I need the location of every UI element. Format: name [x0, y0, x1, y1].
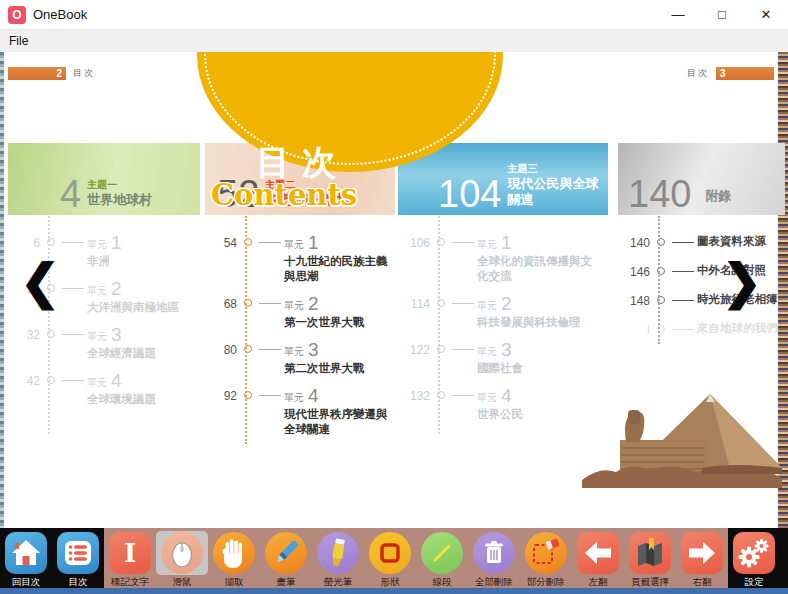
toc-marker-dash — [452, 303, 474, 304]
toc-entry: 圖表資料來源 — [697, 233, 785, 250]
tool-mark-text-button[interactable]: I標記文字 — [104, 528, 156, 588]
toc-item[interactable]: 68單元2第一次世界大戰 — [205, 294, 398, 330]
section-header-1: 4 主題一 世界地球村 — [8, 143, 200, 215]
section-topic: 主題一 — [87, 179, 152, 192]
tool-pen-button[interactable]: 畫筆 — [260, 528, 312, 588]
page-edge-left — [0, 52, 4, 528]
toc-entry: 單元4現代世界秩序變遷與全球關連 — [284, 386, 398, 437]
previous-page-arrow[interactable]: ❮ — [20, 258, 60, 306]
toc-marker-circle-icon — [437, 238, 445, 246]
tool-page-number-button[interactable]: 頁碼 — [780, 528, 788, 588]
toc-entry-title: 來自地球的我們 — [697, 321, 785, 336]
toc-entry: 單元1十九世紀的民族主義與思潮 — [284, 233, 398, 284]
tool-erase-all-button[interactable]: 全部刪除 — [468, 528, 520, 588]
tool-label: 部分刪除 — [527, 576, 565, 589]
tool-label: 畫筆 — [277, 576, 296, 589]
toc-unit-label: 單元4 — [284, 386, 398, 405]
tool-toc-button[interactable]: 目次 — [52, 528, 104, 588]
toc-marker-dash — [62, 380, 84, 381]
toc-unit-label: 單元2 — [87, 279, 200, 298]
toc-marker-circle-icon — [244, 299, 252, 307]
tool-label: 標記文字 — [111, 576, 149, 589]
toolbar-group-right: 設定頁碼 — [728, 528, 788, 588]
toc-unit-label: 單元4 — [87, 371, 200, 390]
line-icon — [421, 532, 463, 574]
gears-icon — [733, 532, 775, 574]
next-page-arrow[interactable]: ❯ — [722, 258, 762, 306]
tool-erase-part-button[interactable]: 部分刪除 — [520, 528, 572, 588]
toc-entry-title: 第二次世界大戰 — [284, 361, 398, 376]
page-number-tab: 3 — [716, 67, 774, 80]
toc-unit-label: 單元3 — [87, 325, 200, 344]
tool-label: 目次 — [69, 576, 88, 589]
toc-item[interactable]: 122單元3國際社會 — [398, 340, 598, 376]
toc-marker-circle-icon — [437, 391, 445, 399]
toc-item[interactable]: 140圖表資料來源 — [618, 233, 785, 250]
toc-entry: 單元3國際社會 — [477, 340, 598, 376]
toc-entry: 單元2第一次世界大戰 — [284, 294, 398, 330]
toc-entry-title: 第一次世界大戰 — [284, 315, 398, 330]
tool-label: 形狀 — [381, 576, 400, 589]
toc-item[interactable]: 54單元1十九世紀的民族主義與思潮 — [205, 233, 398, 284]
toc-page-number: 122 — [398, 340, 430, 376]
tool-label: 線段 — [433, 576, 452, 589]
maximize-button[interactable]: □ — [700, 0, 744, 29]
toc-page-number: 32 — [8, 325, 40, 361]
tool-shape-button[interactable]: 形狀 — [364, 528, 416, 588]
toc-entry: 單元3全球經濟議題 — [87, 325, 200, 361]
close-button[interactable]: ✕ — [744, 0, 788, 29]
toc-entry-title: 圖表資料來源 — [697, 234, 785, 249]
text-mark-icon: I — [109, 532, 151, 574]
toc-item[interactable]: 114單元2科技發展與科技倫理 — [398, 294, 598, 330]
toc-entry: 來自地球的我們 — [697, 320, 785, 337]
toc-marker-dash — [672, 329, 694, 330]
window-controls: — □ ✕ — [656, 0, 788, 29]
shape-icon — [369, 532, 411, 574]
toc-page-number: 114 — [398, 294, 430, 330]
page-corner-right: 目次 3 — [680, 67, 774, 80]
toc-item[interactable]: 106單元1全球化的資訊傳播與文化交流 — [398, 233, 598, 284]
toc-item[interactable]: 80單元3第二次世界大戰 — [205, 340, 398, 376]
tool-mouse-button[interactable]: 滑鼠 — [156, 528, 208, 588]
toc-marker-dash — [259, 242, 281, 243]
toc-item[interactable]: 132單元4世界公民 — [398, 386, 598, 422]
tool-line-button[interactable]: 線段 — [416, 528, 468, 588]
toc-unit-label: 單元2 — [284, 294, 398, 313]
tool-home-button[interactable]: 回目次 — [0, 528, 52, 588]
toc-unit-label: 單元3 — [477, 340, 598, 359]
toc-marker-circle-icon — [437, 345, 445, 353]
eraser-icon — [525, 532, 567, 574]
toc-page-number: 132 — [398, 386, 430, 422]
toc-page-number: 54 — [205, 233, 237, 284]
page-corner-label: 目次 — [73, 67, 95, 80]
toc-entry-title: 科技發展與科技倫理 — [477, 315, 598, 330]
tool-settings-button[interactable]: 設定 — [728, 528, 780, 588]
minimize-button[interactable]: — — [656, 0, 700, 29]
tool-label: 頁籤選擇 — [631, 576, 669, 589]
tool-label: 全部刪除 — [475, 576, 513, 589]
toc-page-number: 68 — [205, 294, 237, 330]
toc-item[interactable]: I來自地球的我們 — [618, 320, 785, 337]
page-number-tab: 2 — [8, 67, 66, 80]
toc-entry: 單元1非洲 — [87, 233, 200, 269]
toc-page-number: 80 — [205, 340, 237, 376]
tool-grab-button[interactable]: 擷取 — [208, 528, 260, 588]
toc-item[interactable]: 42單元4全球環境議題 — [8, 371, 200, 407]
tool-page-left-button[interactable]: 左翻 — [572, 528, 624, 588]
toc-entry: 單元4全球環境議題 — [87, 371, 200, 407]
toc-item[interactable]: 92單元4現代世界秩序變遷與全球關連 — [205, 386, 398, 437]
toc-page-number: 148 — [618, 291, 650, 308]
menu-file[interactable]: File — [0, 32, 37, 50]
tool-page-right-button[interactable]: 右翻 — [676, 528, 728, 588]
tool-bar: 回目次目次 I標記文字滑鼠擷取畫筆螢光筆形狀線段全部刪除部分刪除左翻頁籤選擇右翻… — [0, 528, 788, 588]
toc-item[interactable]: 32單元3全球經濟議題 — [8, 325, 200, 361]
tool-page-tabs-button[interactable]: 頁籤選擇 — [624, 528, 676, 588]
page-corner-left: 2 目次 — [8, 67, 102, 80]
toc-marker-dash — [62, 334, 84, 335]
toc-marker-dash — [62, 288, 84, 289]
toc-marker-circle-icon — [437, 299, 445, 307]
toc-unit-label: 單元4 — [477, 386, 598, 405]
tool-highlighter-button[interactable]: 螢光筆 — [312, 528, 364, 588]
toolbar-group-middle: I標記文字滑鼠擷取畫筆螢光筆形狀線段全部刪除部分刪除左翻頁籤選擇右翻 — [104, 528, 728, 588]
toc-list-icon — [57, 532, 99, 574]
